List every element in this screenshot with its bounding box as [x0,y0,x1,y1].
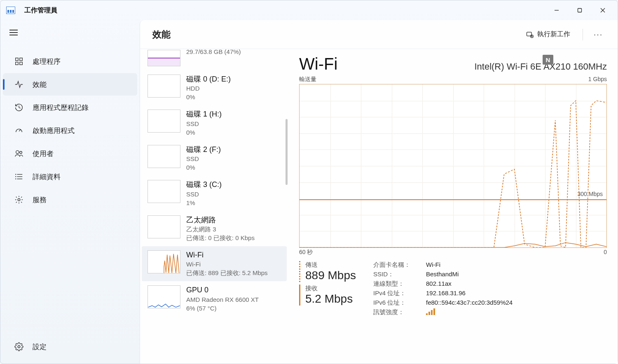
chart-y-max: 1 Gbps [588,76,607,83]
detail-header: Wi-Fi Intel(R) Wi-Fi 6E AX210 160MHz [299,55,607,73]
header-actions: 執行新工作 ··· [520,26,607,43]
adapter-info: 介面卡名稱： Wi-Fi SSID： BesthandMi 連線類型： 802.… [373,261,513,316]
svg-rect-6 [16,62,18,65]
sidebar-label: 詳細資料 [33,172,61,182]
svg-point-16 [16,179,16,179]
resource-item-eth-5[interactable]: 乙太網路乙太網路 3已傳送: 0 已接收: 0 Kbps [142,211,287,246]
app-title: 工作管理員 [24,6,57,15]
resource-sub1: AMD Radeon RX 6600 XT [186,295,282,304]
sidebar-item-details[interactable]: 詳細資料 [3,166,137,188]
resource-info: 記憶體29.7/63.8 GB (47%) [186,50,282,66]
adapter-name-value: Wi-Fi [426,261,513,269]
resource-thumb [147,215,180,238]
resource-item-disk-4[interactable]: 磁碟 3 (C:)SSD1% [142,176,287,211]
resource-sub2: 0% [186,93,282,101]
resource-sub2: 已傳送: 889 已接收: 5.2 Mbps [186,268,282,277]
sidebar-item-settings[interactable]: 設定 [3,336,137,358]
run-task-label: 執行新工作 [537,30,570,39]
close-button[interactable] [591,2,614,19]
scrollbar-thumb[interactable] [286,119,288,185]
resource-item-mem-0[interactable]: 記憶體29.7/63.8 GB (47%) [142,50,287,70]
svg-point-9 [16,151,19,154]
grid-icon [14,57,23,66]
titlebar[interactable]: 工作管理員 [0,0,618,20]
sidebar-item-users[interactable]: 使用者 [3,142,137,165]
svg-rect-5 [20,58,22,61]
resource-sub2: 6% (57 °C) [186,304,282,313]
resource-sub2: 1% [186,198,282,207]
minimize-button[interactable] [545,2,568,19]
resource-title: GPU 0 [186,285,282,295]
sidebar-label: 啟動應用程式 [33,126,75,135]
ipv4-value: 192.168.31.96 [426,289,513,297]
resource-title: Wi-Fi [186,250,282,260]
resource-info: GPU 0AMD Radeon RX 6600 XT6% (57 °C) [186,285,282,312]
chart-lines [300,84,606,247]
resource-sub1: SSD [186,119,282,128]
activity-icon [14,80,23,89]
resource-sub1: SSD [186,154,282,163]
sidebar-item-app-history[interactable]: 應用程式歷程記錄 [3,96,137,119]
resource-info: 磁碟 3 (C:)SSD1% [186,180,282,207]
resource-sub1: SSD [186,190,282,198]
resource-info: 磁碟 0 (D: E:)HDD0% [186,75,282,101]
recv-label: 接收 [305,285,361,292]
signal-value [426,308,513,316]
svg-rect-7 [20,62,22,65]
resource-item-disk-2[interactable]: 磁碟 1 (H:)SSD0% [142,105,287,140]
resource-item-disk-3[interactable]: 磁碟 2 (F:)SSD0% [142,141,287,176]
adapter-name: Intel(R) Wi-Fi 6E AX210 160MHz [474,61,607,72]
resource-thumb [147,285,180,308]
resource-list[interactable]: 記憶體29.7/63.8 GB (47%)磁碟 0 (D: E:)HDD0%磁碟… [140,49,288,364]
resource-sub2: 0% [186,163,282,172]
resource-item-disk-1[interactable]: 磁碟 0 (D: E:)HDD0% [142,70,287,105]
divider [583,29,583,40]
main-header: 效能 執行新工作 ··· [140,20,618,49]
run-new-task-button[interactable]: 執行新工作 [520,27,576,42]
detail-title: Wi-Fi [299,55,337,73]
hamburger-button[interactable] [4,23,23,42]
sidebar-item-performance[interactable]: 效能 [3,73,137,96]
svg-point-17 [18,198,20,201]
conn-type-label: 連線類型： [373,280,419,288]
resource-info: 磁碟 1 (H:)SSD0% [186,110,282,136]
chart-x-right: 0 [604,249,607,256]
chart-x-labels: 60 秒 0 [299,249,607,256]
resource-sub1: HDD [186,84,282,93]
resource-sub2: 已傳送: 0 已接收: 0 Kbps [186,233,282,242]
throughput-stats: 傳送 889 Mbps 接收 5.2 Mbps [299,261,361,316]
list-icon [14,172,23,181]
more-button[interactable]: ··· [590,26,607,43]
chart-top-labels: 輸送量 1 Gbps [299,76,607,83]
resource-item-gpu-7[interactable]: GPU 0AMD Radeon RX 6600 XT6% (57 °C) [142,281,287,316]
window-controls [545,2,614,19]
resource-sub1: Wi-Fi [186,260,282,268]
chart-x-left: 60 秒 [299,249,313,256]
maximize-button[interactable] [568,2,591,19]
send-label: 傳送 [305,261,361,269]
ssid-label: SSID： [373,271,419,278]
chart-y-label: 輸送量 [299,76,316,83]
resource-info: Wi-FiWi-Fi已傳送: 889 已接收: 5.2 Mbps [186,250,282,277]
sidebar-item-processes[interactable]: 處理程序 [3,50,137,72]
resource-sub2: 29.7/63.8 GB (47%) [186,49,282,56]
body: 處理程序 效能 應用程式歷程記錄 啟動應用程式 [0,20,618,364]
sidebar-label: 服務 [33,195,47,205]
recv-stat: 接收 5.2 Mbps [299,285,361,306]
resource-info: 乙太網路乙太網路 3已傳送: 0 已接收: 0 Kbps [186,215,282,242]
throughput-chart: 300 Mbps [299,84,607,248]
resource-item-wifi-6[interactable]: Wi-FiWi-Fi已傳送: 889 已接收: 5.2 Mbps [142,246,287,281]
svg-point-14 [16,174,16,175]
ipv6-label: IPv6 位址： [373,299,419,307]
sidebar-item-services[interactable]: 服務 [3,189,137,211]
window: 工作管理員 處理程序 [0,0,618,364]
gear-icon [14,195,23,204]
resource-sub1: 乙太網路 3 [186,225,282,233]
sidebar: 處理程序 效能 應用程式歷程記錄 啟動應用程式 [0,20,140,364]
resource-title: 磁碟 3 (C:) [186,180,282,189]
sidebar-label: 設定 [33,342,47,352]
n-badge: N [543,55,553,65]
resource-title: 乙太網路 [186,215,282,225]
sidebar-item-startup[interactable]: 啟動應用程式 [3,119,137,142]
send-stat: 傳送 889 Mbps [299,261,361,282]
